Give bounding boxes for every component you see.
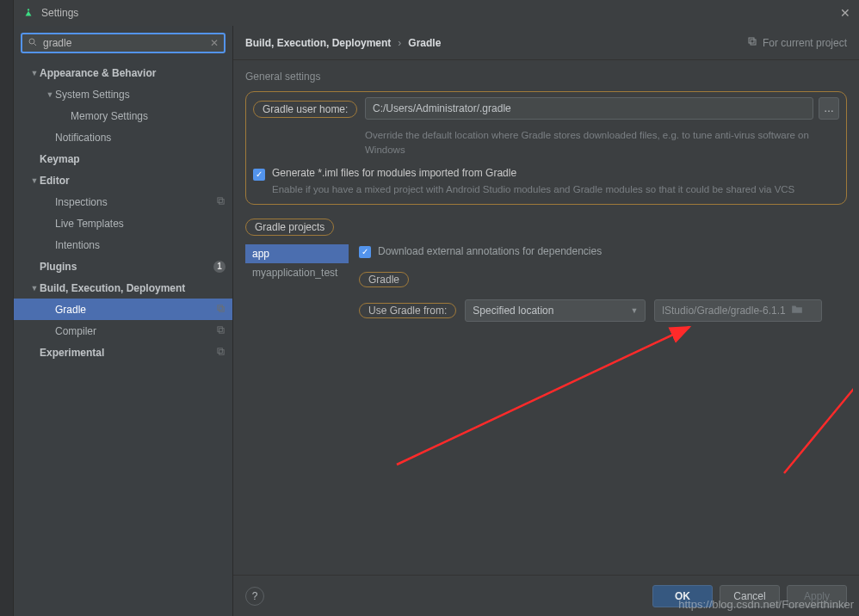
svg-rect-7 <box>219 329 224 334</box>
settings-tree: ▼Appearance & Behavior▼System SettingsMe… <box>14 59 232 616</box>
breadcrumb-bar: Build, Execution, Deployment › Gradle Fo… <box>233 26 859 60</box>
settings-dialog: Settings ✕ ✕ ▼Appearance & Behavior▼Syst… <box>13 0 859 616</box>
sidebar-item-live-templates[interactable]: Live Templates <box>14 213 232 234</box>
general-settings-title: General settings <box>245 71 847 83</box>
svg-rect-3 <box>219 200 224 205</box>
sidebar-item-appearance-behavior[interactable]: ▼Appearance & Behavior <box>14 62 232 83</box>
svg-rect-8 <box>218 327 223 332</box>
copy-icon <box>747 36 757 49</box>
gradle-projects-title: Gradle projects <box>245 219 334 236</box>
copy-icon <box>216 196 226 207</box>
svg-rect-5 <box>219 307 224 312</box>
sidebar-item-label: Experimental <box>40 347 216 359</box>
sidebar: ✕ ▼Appearance & Behavior▼System Settings… <box>14 26 233 616</box>
watermark: https://blog.csdn.net/Foreverthinker <box>678 598 854 611</box>
sidebar-item-label: Editor <box>40 175 226 187</box>
generate-iml-hint: Enable if you have a mixed project with … <box>272 182 794 197</box>
sidebar-item-label: Gradle <box>55 304 216 316</box>
sidebar-item-system-settings[interactable]: ▼System Settings <box>14 83 232 105</box>
search-input[interactable] <box>43 37 210 49</box>
sidebar-item-label: Memory Settings <box>71 110 226 122</box>
chevron-icon: ▼ <box>45 90 55 99</box>
folder-icon <box>791 304 803 317</box>
svg-rect-10 <box>218 348 223 354</box>
help-button[interactable]: ? <box>245 587 264 606</box>
sidebar-item-label: Build, Execution, Deployment <box>40 282 226 294</box>
sidebar-item-build-execution-deployment[interactable]: ▼Build, Execution, Deployment <box>14 277 232 299</box>
sidebar-item-inspections[interactable]: Inspections <box>14 191 232 213</box>
browse-button[interactable]: … <box>819 97 839 120</box>
use-gradle-from-label: Use Gradle from: <box>359 303 456 318</box>
close-icon[interactable]: ✕ <box>840 6 850 20</box>
project-item-myapp[interactable]: myapplication_test <box>245 263 349 282</box>
sidebar-item-label: Plugins <box>40 261 213 273</box>
download-annotations-checkbox[interactable]: ✓ <box>359 246 371 258</box>
android-studio-icon <box>22 7 34 19</box>
chevron-icon: ▼ <box>29 284 40 293</box>
chevron-right-icon: › <box>398 37 401 49</box>
breadcrumb-parent[interactable]: Build, Execution, Deployment <box>245 37 391 49</box>
copy-icon <box>216 325 226 336</box>
project-item-app[interactable]: app <box>245 244 349 263</box>
copy-icon <box>216 347 226 358</box>
search-input-wrap[interactable]: ✕ <box>21 33 226 53</box>
clear-search-icon[interactable]: ✕ <box>210 37 219 49</box>
sidebar-item-label: Inspections <box>55 196 216 208</box>
breadcrumb-current: Gradle <box>408 37 441 49</box>
gradle-location-field[interactable]: lStudio/Gradle/gradle-6.1.1 <box>654 299 822 322</box>
svg-rect-12 <box>749 38 754 43</box>
content: General settings Gradle user home: C:/Us… <box>233 60 859 575</box>
sidebar-item-label: Intentions <box>55 239 226 251</box>
chevron-icon: ▼ <box>29 69 40 77</box>
use-gradle-from-select[interactable]: Specified location ▼ <box>465 299 646 322</box>
main-panel: Build, Execution, Deployment › Gradle Fo… <box>233 26 859 616</box>
search-icon <box>28 37 38 50</box>
for-current-project: For current project <box>747 36 847 49</box>
svg-line-2 <box>34 43 37 46</box>
ide-gutter <box>0 0 13 616</box>
download-annotations-label: Download external annotations for depend… <box>378 245 602 257</box>
svg-line-14 <box>784 327 853 473</box>
gradle-user-home-hint: Override the default location where Grad… <box>365 128 839 158</box>
sidebar-item-intentions[interactable]: Intentions <box>14 234 232 256</box>
project-list: app myapplication_test <box>245 244 349 322</box>
update-badge: 1 <box>213 261 226 273</box>
svg-point-1 <box>29 39 34 44</box>
sidebar-item-editor[interactable]: ▼Editor <box>14 169 232 191</box>
svg-rect-4 <box>218 198 223 203</box>
sidebar-item-experimental[interactable]: Experimental <box>14 342 232 363</box>
sidebar-item-gradle[interactable]: Gradle <box>14 299 232 320</box>
svg-rect-9 <box>219 350 224 355</box>
sidebar-item-label: System Settings <box>55 89 226 101</box>
sidebar-item-label: Notifications <box>55 132 226 144</box>
sidebar-item-label: Live Templates <box>55 218 226 230</box>
generate-iml-checkbox[interactable]: ✓ <box>253 169 265 181</box>
sidebar-item-label: Appearance & Behavior <box>40 67 226 79</box>
sidebar-item-label: Keymap <box>40 153 226 165</box>
sidebar-item-compiler[interactable]: Compiler <box>14 320 232 342</box>
sidebar-item-label: Compiler <box>55 325 216 337</box>
gradle-subsection-label: Gradle <box>359 272 409 287</box>
chevron-icon: ▼ <box>29 176 40 185</box>
highlighted-group: Gradle user home: C:/Users/Administrator… <box>245 91 847 205</box>
dialog-title: Settings <box>41 7 78 19</box>
sidebar-item-keymap[interactable]: Keymap <box>14 148 232 169</box>
sidebar-item-memory-settings[interactable]: Memory Settings <box>14 105 232 126</box>
svg-rect-6 <box>218 305 223 311</box>
gradle-user-home-input[interactable]: C:/Users/Administrator/.gradle <box>365 97 813 120</box>
svg-point-0 <box>28 9 29 10</box>
svg-line-13 <box>397 327 689 465</box>
sidebar-item-notifications[interactable]: Notifications <box>14 126 232 148</box>
svg-rect-11 <box>751 40 756 45</box>
copy-icon <box>216 304 226 315</box>
titlebar: Settings ✕ <box>14 0 859 26</box>
sidebar-item-plugins[interactable]: Plugins1 <box>14 256 232 277</box>
gradle-user-home-label: Gradle user home: <box>253 101 357 118</box>
chevron-down-icon: ▼ <box>630 306 638 315</box>
generate-iml-label: Generate *.iml files for modules importe… <box>272 167 794 179</box>
